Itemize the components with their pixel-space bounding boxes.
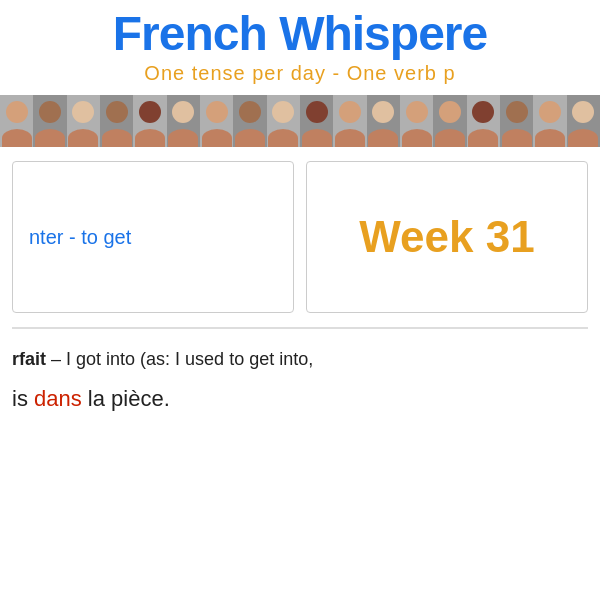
photo-3 — [67, 95, 100, 147]
photo-11 — [333, 95, 366, 147]
photo-strip — [0, 95, 600, 147]
photo-9 — [267, 95, 300, 147]
content-area: rfait – I got into (as: I used to get in… — [0, 329, 600, 415]
photo-8 — [233, 95, 266, 147]
french-line: is dans la pièce. — [12, 382, 588, 415]
header: French Whispere One tense per day - One … — [0, 0, 600, 89]
imparfait-bold: rfait — [12, 349, 46, 369]
photo-12 — [367, 95, 400, 147]
imparfait-rest: – I got into (as: I used to get into, — [51, 349, 313, 369]
photo-18 — [567, 95, 600, 147]
photo-4 — [100, 95, 133, 147]
verb-card: nter - to get — [12, 161, 294, 313]
cards-row: nter - to get Week 31 — [0, 147, 600, 327]
photo-1 — [0, 95, 33, 147]
french-suffix: la pièce. — [82, 386, 170, 411]
app-title: French Whispere — [0, 10, 600, 58]
verb-text: nter - to get — [29, 226, 131, 249]
photo-13 — [400, 95, 433, 147]
week-label: Week 31 — [359, 212, 534, 262]
photo-16 — [500, 95, 533, 147]
photo-10 — [300, 95, 333, 147]
photo-7 — [200, 95, 233, 147]
week-card: Week 31 — [306, 161, 588, 313]
french-red-word: dans — [34, 386, 82, 411]
photo-17 — [533, 95, 566, 147]
app-subtitle: One tense per day - One verb p — [0, 62, 600, 85]
photo-2 — [33, 95, 66, 147]
photo-14 — [433, 95, 466, 147]
french-prefix: is — [12, 386, 34, 411]
photo-6 — [167, 95, 200, 147]
photo-15 — [467, 95, 500, 147]
photo-5 — [133, 95, 166, 147]
imparfait-line: rfait – I got into (as: I used to get in… — [12, 345, 588, 374]
